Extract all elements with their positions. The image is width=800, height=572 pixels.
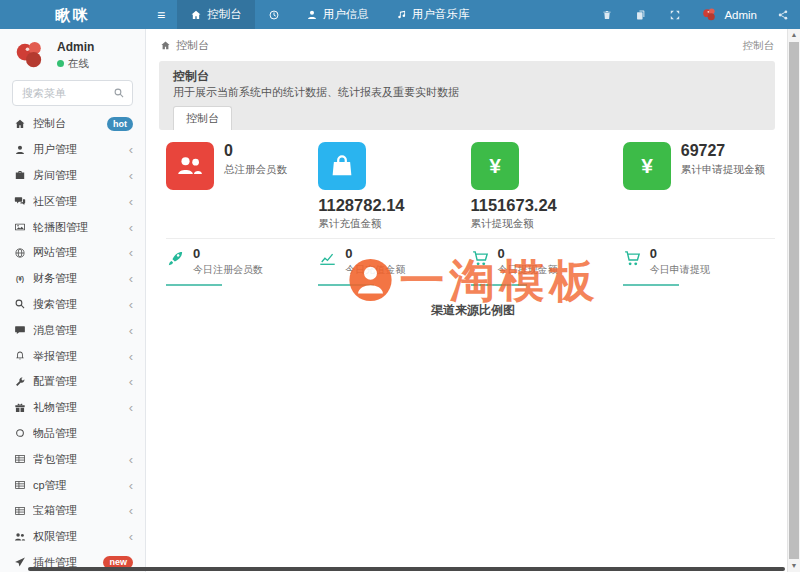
sidebar-search [12, 80, 133, 106]
sidebar-item[interactable]: 控制台hot [0, 111, 145, 137]
music-icon [395, 9, 407, 21]
expand-button[interactable] [658, 0, 692, 29]
share-button[interactable] [766, 0, 800, 29]
navbar-menu-item[interactable]: 用户信息 [293, 0, 382, 29]
sidebar-item-label: 轮播图管理 [33, 220, 129, 235]
sidebar-item[interactable]: 物品管理 [0, 421, 145, 447]
sidebar-item-label: 网站管理 [33, 245, 129, 260]
stat-label: 今日提现金额 [498, 263, 558, 277]
stat-value: 0 [345, 247, 405, 261]
scroll-up-arrow[interactable]: ▲ [788, 29, 800, 41]
stat-label: 今日申请提现 [650, 263, 710, 277]
avatar [701, 6, 718, 23]
sidebar-item[interactable]: 配置管理‹ [0, 369, 145, 395]
bag-icon [328, 152, 356, 180]
sidebar-item[interactable]: 消息管理‹ [0, 317, 145, 343]
top-navbar: 瞅咪 ≡ 控制台用户信息用户音乐库 Admin [0, 0, 800, 29]
image-icon [14, 221, 26, 233]
chart-section-title: 渠道来源比例图 [146, 302, 800, 319]
breadcrumb-current[interactable]: 控制台 [176, 38, 209, 53]
sidebar-item[interactable]: 宝箱管理‹ [0, 498, 145, 524]
tab-dashboard[interactable]: 控制台 [173, 106, 232, 130]
stat-label: 累计提现金额 [471, 217, 623, 230]
online-status-label: 在线 [68, 57, 89, 71]
today-stat[interactable]: 0今日提现金额 [471, 247, 623, 277]
today-stat-cell: 0今日提现金额 [471, 247, 623, 286]
stat-card[interactable]: 1151673.24累计提现金额 [471, 142, 623, 230]
sidebar-item[interactable]: 举报管理‹ [0, 343, 145, 369]
navbar-menu-item[interactable] [255, 0, 293, 29]
stat-underline [623, 284, 679, 286]
yen-icon [633, 152, 661, 180]
main-content: 控制台 控制台 控制台 用于展示当前系统中的统计数据、统计报表及重要实时数据 控… [146, 29, 800, 572]
sidebar-item[interactable]: 财务管理‹ [0, 266, 145, 292]
stat-label: 总注册会员数 [224, 163, 287, 176]
sidebar-toggle-button[interactable]: ≡ [145, 0, 177, 29]
chevron-left-icon: ‹ [129, 246, 133, 259]
sidebar-username: Admin [57, 40, 94, 54]
sidebar-user-panel: Admin 在线 [0, 29, 145, 77]
breadcrumb: 控制台 控制台 [146, 29, 800, 60]
navbar-menu: 控制台用户信息用户音乐库 [177, 0, 482, 29]
today-stat[interactable]: 0今日充值金额 [318, 247, 470, 277]
files-icon [635, 9, 647, 21]
today-stat-cell: 0今日充值金额 [318, 247, 470, 286]
sidebar-item[interactable]: cp管理‹ [0, 472, 145, 498]
sidebar-item[interactable]: 权限管理‹ [0, 524, 145, 550]
stat-underline [318, 284, 374, 286]
scroll-down-arrow[interactable]: ▼ [788, 560, 800, 572]
sidebar-item-label: 房间管理 [33, 168, 129, 183]
navbar-right: Admin [590, 0, 800, 29]
stat-card[interactable]: 1128782.14累计充值金额 [318, 142, 470, 230]
clock-icon [268, 9, 280, 21]
sidebar-item[interactable]: 房间管理‹ [0, 163, 145, 189]
vertical-scrollbar[interactable]: ▲ ▼ [787, 29, 800, 572]
home-icon [190, 9, 202, 21]
chevron-left-icon: ‹ [129, 350, 133, 363]
sidebar-item[interactable]: 网站管理‹ [0, 240, 145, 266]
stat-card[interactable]: 0总注册会员数 [166, 142, 318, 190]
stat-card[interactable]: 69727累计申请提现金额 [623, 142, 775, 190]
sidebar-item[interactable]: 用户管理‹ [0, 137, 145, 163]
plane-icon [14, 556, 26, 568]
chevron-left-icon: ‹ [129, 504, 133, 517]
navbar-user-menu[interactable]: Admin [692, 0, 766, 29]
chart-line-icon [318, 249, 337, 268]
today-stat[interactable]: 0今日注册会员数 [166, 247, 318, 277]
box-icon [14, 169, 26, 181]
chevron-left-icon: ‹ [129, 375, 133, 388]
brand-logo[interactable]: 瞅咪 [0, 0, 145, 29]
sidebar-item-label: 用户管理 [33, 142, 129, 157]
table-icon [14, 505, 26, 517]
chevron-left-icon: ‹ [129, 195, 133, 208]
yen-icon [481, 152, 509, 180]
online-status-dot [57, 60, 64, 67]
sidebar-item-label: 消息管理 [33, 323, 129, 338]
horizontal-scrollbar[interactable] [28, 567, 785, 571]
navbar-menu-item[interactable]: 用户音乐库 [382, 0, 483, 29]
rocket-icon [166, 249, 185, 268]
stat-card-cell: 0总注册会员数 [166, 142, 318, 239]
page-description: 用于展示当前系统中的统计数据、统计报表及重要实时数据 [173, 86, 761, 99]
sidebar-item[interactable]: 搜索管理‹ [0, 292, 145, 318]
chevron-left-icon: ‹ [129, 169, 133, 182]
chevron-left-icon: ‹ [129, 479, 133, 492]
sidebar-item-label: 礼物管理 [33, 400, 129, 415]
sidebar-item[interactable]: 社区管理‹ [0, 188, 145, 214]
today-stat[interactable]: 0今日申请提现 [623, 247, 775, 277]
sidebar-item[interactable]: 轮播图管理‹ [0, 214, 145, 240]
trash-button[interactable] [590, 0, 624, 29]
hamburger-icon: ≡ [157, 7, 165, 23]
sidebar-item-label: 搜索管理 [33, 297, 129, 312]
table-icon [14, 479, 26, 491]
vertical-scrollbar-thumb[interactable] [789, 42, 799, 559]
stat-icon-box [166, 142, 214, 190]
navbar-menu-item[interactable]: 控制台 [177, 0, 255, 29]
stat-value: 1128782.14 [318, 196, 470, 214]
sidebar-item-label: 宝箱管理 [33, 503, 129, 518]
sidebar-item[interactable]: 礼物管理‹ [0, 395, 145, 421]
sidebar: Admin 在线 控制台hot用户管理‹房间管理‹社区管理‹轮播图管理‹网站管理… [0, 29, 146, 572]
chevron-left-icon: ‹ [129, 143, 133, 156]
files-button[interactable] [624, 0, 658, 29]
sidebar-item[interactable]: 背包管理‹ [0, 446, 145, 472]
